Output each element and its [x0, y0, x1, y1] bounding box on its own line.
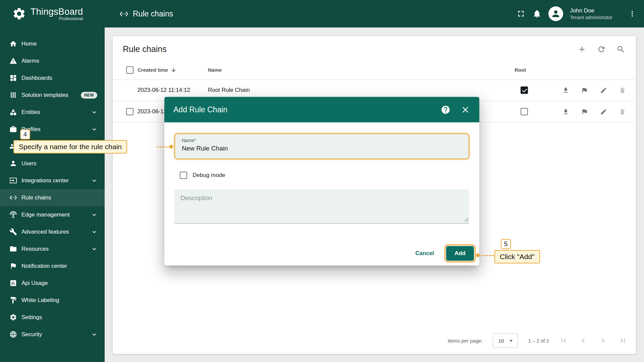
- sidebar-item-edge-management[interactable]: Edge management: [0, 206, 105, 223]
- add-icon[interactable]: [578, 45, 586, 54]
- paginator: Items per page: 10 1 – 2 of 2: [113, 327, 636, 354]
- last-page-icon[interactable]: [619, 336, 627, 345]
- page-title: Rule chains: [123, 44, 167, 54]
- brand-name: ThingsBoard: [31, 7, 83, 17]
- sidebar-item-notification-center[interactable]: Notification center: [0, 257, 105, 275]
- thingsboard-logo-icon: [12, 7, 26, 21]
- sidebar-item-label: Alarms: [21, 58, 39, 64]
- more-vert-icon[interactable]: [628, 9, 637, 18]
- first-page-icon[interactable]: [559, 336, 568, 345]
- sidebar-item-security[interactable]: Security: [0, 326, 105, 343]
- sidebar-item-settings[interactable]: Settings: [0, 309, 105, 326]
- edit-icon[interactable]: [600, 108, 607, 116]
- sidebar-item-rule-chains[interactable]: Rule chains: [0, 189, 105, 206]
- sidebar-item-label: Api Usage: [21, 280, 48, 287]
- items-per-page-select[interactable]: 10: [493, 333, 518, 348]
- sidebar-item-label: Integrations center: [21, 177, 69, 184]
- chevron-down-icon: [91, 331, 98, 338]
- chevron-down-icon: [91, 126, 98, 133]
- notifications-icon[interactable]: [532, 9, 542, 18]
- person-icon: [551, 9, 561, 19]
- topbar-actions: John Doe Tenant administrator: [516, 6, 644, 21]
- annotation-step4-badge: 4: [20, 129, 30, 139]
- sidebar-item-home[interactable]: Home: [0, 35, 105, 52]
- dialog-body: Name* Debug mode Cancel Add: [164, 122, 479, 265]
- close-icon[interactable]: [461, 105, 470, 115]
- column-name[interactable]: Name: [208, 61, 512, 79]
- sidebar-item-white-labeling[interactable]: White Labeling: [0, 292, 105, 309]
- annotation-step5-connector: [481, 255, 494, 256]
- delete-icon[interactable]: [619, 86, 626, 95]
- sidebar-item-label: Advanced features: [21, 229, 69, 235]
- column-created-time[interactable]: Created time: [138, 61, 208, 79]
- root-checkbox[interactable]: [521, 86, 528, 94]
- edit-icon[interactable]: [600, 86, 607, 95]
- name-field[interactable]: Name*: [174, 133, 469, 159]
- cancel-button[interactable]: Cancel: [412, 247, 437, 259]
- white-labeling-icon: [9, 296, 17, 304]
- api-usage-icon: [9, 279, 17, 287]
- sidebar-item-label: Edge management: [21, 212, 70, 218]
- sidebar-item-advanced-features[interactable]: Advanced features: [0, 223, 105, 240]
- card-header: Rule chains: [113, 36, 636, 61]
- sidebar: HomeAlarmsDashboardsSolution templatesNE…: [0, 27, 105, 362]
- user-block: John Doe Tenant administrator: [570, 7, 612, 20]
- sidebar-item-dashboards[interactable]: Dashboards: [0, 69, 105, 86]
- fullscreen-icon[interactable]: [516, 9, 526, 18]
- settings-icon: [9, 313, 17, 321]
- flag-icon[interactable]: [581, 86, 588, 95]
- sidebar-item-users[interactable]: Users: [0, 155, 105, 172]
- help-icon[interactable]: [441, 105, 450, 115]
- sidebar-item-label: Users: [21, 160, 36, 167]
- rule-chains-icon: [9, 194, 17, 201]
- breadcrumb[interactable]: Rule chains: [119, 9, 173, 18]
- debug-mode-checkbox[interactable]: [180, 172, 187, 179]
- sidebar-item-entities[interactable]: Entities: [0, 104, 105, 121]
- annotation-step5-callout: Click "Add": [494, 250, 540, 263]
- sidebar-item-label: Home: [21, 41, 37, 47]
- chevron-down-icon: [91, 177, 98, 184]
- sidebar-item-solution-templates[interactable]: Solution templatesNEW: [0, 86, 105, 104]
- sidebar-item-label: Rule chains: [21, 194, 51, 201]
- dialog-header: Add Rule Chain: [164, 97, 479, 122]
- breadcrumb-label: Rule chains: [133, 9, 173, 18]
- sidebar-item-integrations-center[interactable]: Integrations center: [0, 172, 105, 189]
- range-label: 1 – 2 of 2: [528, 338, 549, 344]
- sidebar-item-api-usage[interactable]: Api Usage: [0, 275, 105, 292]
- sidebar-item-resources[interactable]: Resources: [0, 240, 105, 257]
- row-select-checkbox[interactable]: [126, 108, 133, 115]
- search-icon[interactable]: [616, 45, 625, 54]
- download-icon[interactable]: [562, 86, 569, 95]
- table-header-row: Created time Name Root: [113, 61, 636, 79]
- add-button[interactable]: Add: [446, 246, 474, 261]
- items-per-page-value: 10: [498, 338, 504, 344]
- sidebar-item-label: Solution templates: [21, 92, 68, 99]
- root-checkbox[interactable]: [521, 108, 528, 115]
- profiles-icon: [9, 125, 17, 133]
- prev-page-icon[interactable]: [579, 336, 588, 345]
- resize-grip[interactable]: [464, 218, 468, 222]
- alarms-icon: [9, 57, 17, 65]
- name-field-label: Name*: [182, 138, 462, 143]
- delete-icon[interactable]: [619, 108, 626, 116]
- sidebar-item-profiles[interactable]: Profiles: [0, 121, 105, 138]
- download-icon[interactable]: [562, 108, 569, 116]
- sidebar-item-alarms[interactable]: Alarms: [0, 52, 105, 69]
- refresh-icon[interactable]: [597, 45, 606, 54]
- sidebar-item-label: Entities: [21, 109, 40, 116]
- sidebar-item-label: White Labeling: [21, 297, 59, 304]
- description-textarea[interactable]: [174, 189, 469, 224]
- rule-chains-icon: [119, 9, 128, 18]
- sidebar-item-label: Notification center: [21, 263, 67, 269]
- debug-mode-label: Debug mode: [193, 172, 225, 179]
- annotation-step5-badge: 5: [501, 239, 511, 249]
- user-name: John Doe: [570, 7, 612, 14]
- next-page-icon[interactable]: [599, 336, 607, 345]
- select-all-checkbox[interactable]: [126, 66, 133, 74]
- integrations-icon: [9, 177, 17, 184]
- flag-icon[interactable]: [581, 108, 588, 116]
- items-per-page-label: Items per page:: [448, 338, 483, 344]
- notification-icon: [9, 262, 17, 270]
- name-input[interactable]: [182, 145, 462, 152]
- avatar[interactable]: [548, 6, 563, 21]
